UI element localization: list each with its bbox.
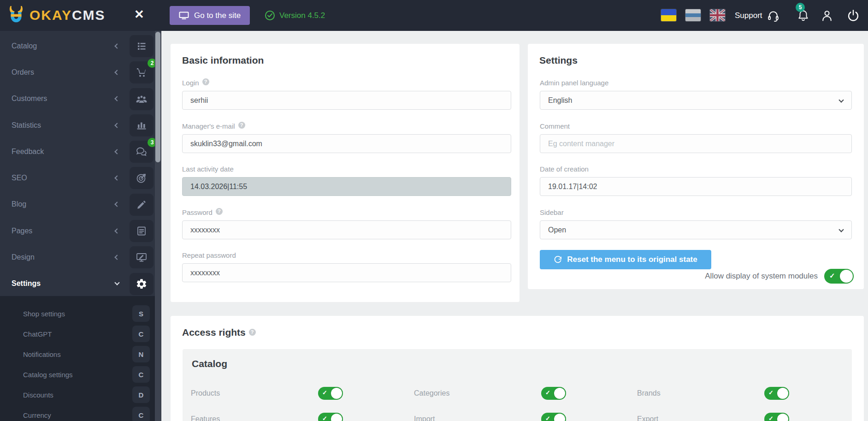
sidebar-item-label: Catalog xyxy=(12,42,115,50)
sidebar-icon-catalog[interactable] xyxy=(130,35,154,57)
last-activity-label: Last activity date xyxy=(182,163,511,177)
access-group-title: Catalog xyxy=(192,358,227,369)
submenu-letter-icon[interactable]: D xyxy=(132,386,150,403)
sidebar-icon-seo[interactable] xyxy=(130,167,154,189)
submenu-item[interactable]: ChatGPT C xyxy=(0,324,155,344)
sidebar-item-label: SEO xyxy=(12,174,115,182)
creation-date-input[interactable] xyxy=(540,177,852,196)
help-icon[interactable]: ? xyxy=(249,329,256,336)
people-icon xyxy=(135,94,148,105)
sidebar-item-label: Customers xyxy=(12,95,115,103)
okaycms-logo[interactable]: OKAYCMS xyxy=(6,6,106,25)
sidebar-icon-blog[interactable] xyxy=(130,194,154,216)
chevron-left-icon xyxy=(114,202,119,207)
chevron-down-icon xyxy=(838,227,844,232)
permission-toggle[interactable]: ✓ xyxy=(764,413,789,421)
union-jack xyxy=(710,9,725,21)
sidebar-icon-orders[interactable]: 2 xyxy=(130,61,154,83)
submenu-item[interactable]: Catalog settings C xyxy=(0,364,155,385)
checkmark-icon: ✓ xyxy=(322,389,327,396)
submenu-item[interactable]: Discounts D xyxy=(0,385,155,405)
sidebar-icon-statistics[interactable] xyxy=(130,114,154,136)
sidebar-item-label: Statistics xyxy=(12,121,115,130)
target-icon xyxy=(136,172,148,184)
sidebar-item-label: Pages xyxy=(12,227,115,235)
help-icon[interactable]: ? xyxy=(216,208,223,215)
submenu-letter-icon[interactable]: C xyxy=(132,366,150,383)
sidebar-state-select[interactable]: Open xyxy=(540,220,852,239)
sidebar-icon-pages[interactable] xyxy=(130,220,154,242)
password-input[interactable] xyxy=(182,220,511,239)
permission-toggle[interactable]: ✓ xyxy=(318,387,343,400)
language-label: Admin panel language xyxy=(540,77,852,91)
chevron-left-icon xyxy=(114,255,119,260)
headset-icon[interactable] xyxy=(767,10,779,22)
version-indicator: Version 4.5.2 xyxy=(265,0,325,31)
flag-united-kingdom[interactable] xyxy=(709,9,726,22)
repeat-password-label: Repeat password xyxy=(182,249,511,263)
gear-icon xyxy=(136,278,148,290)
user-icon[interactable] xyxy=(821,9,833,22)
toggle-knob xyxy=(777,388,788,399)
comment-input[interactable] xyxy=(540,134,852,153)
close-icon[interactable]: ✕ xyxy=(134,7,144,22)
chevron-left-icon xyxy=(114,96,119,101)
submenu-letter-icon[interactable]: S xyxy=(132,305,150,322)
sidebar: Catalog Orders Customers Statistics xyxy=(0,31,161,421)
sidebar-icon-feedback[interactable]: 3 xyxy=(130,141,154,163)
reset-menu-button[interactable]: Reset the menu to its original state xyxy=(540,250,711,269)
permission-label: Brands xyxy=(637,380,661,406)
power-icon[interactable] xyxy=(847,9,860,22)
support-link[interactable]: Support xyxy=(735,0,762,31)
submenu-item[interactable]: Notifications N xyxy=(0,344,155,364)
flag-russia-disabled[interactable] xyxy=(685,9,701,22)
permission-cell: Export ✓ xyxy=(629,406,852,421)
submenu-letter-icon[interactable]: C xyxy=(132,326,150,342)
toggle-knob xyxy=(554,388,565,399)
repeat-password-field-group: Repeat password xyxy=(182,249,511,282)
submenu-item-label: Catalog settings xyxy=(23,371,73,379)
document-icon xyxy=(136,225,147,237)
login-input[interactable] xyxy=(182,91,511,110)
sidebar-icon-design[interactable] xyxy=(130,246,154,268)
refresh-icon xyxy=(554,255,562,264)
manager-email-input[interactable] xyxy=(182,134,511,153)
help-icon[interactable]: ? xyxy=(238,122,245,129)
submenu-item[interactable]: Currency C xyxy=(0,405,155,421)
design-monitor-icon xyxy=(136,252,148,263)
permission-label: Import xyxy=(414,406,435,421)
chevron-left-icon xyxy=(114,70,119,75)
sidebar-icon-customers[interactable] xyxy=(130,88,154,110)
submenu-item-label: Shop settings xyxy=(23,310,65,318)
permission-toggle[interactable]: ✓ xyxy=(318,413,343,421)
submenu-letter-icon[interactable]: C xyxy=(132,407,150,421)
submenu-item-label: Currency xyxy=(23,411,51,419)
go-to-site-button[interactable]: Go to the site xyxy=(170,6,250,25)
sidebar-state-field-group: Sidebar Open xyxy=(540,207,852,239)
permission-toggle[interactable]: ✓ xyxy=(541,387,566,400)
submenu-item-label: Notifications xyxy=(23,350,61,358)
help-icon[interactable]: ? xyxy=(202,78,209,85)
repeat-password-input[interactable] xyxy=(182,263,511,282)
password-field-group: Password? xyxy=(182,207,511,239)
checkmark-icon: ✓ xyxy=(322,415,327,421)
permission-toggle[interactable]: ✓ xyxy=(764,387,789,400)
submenu-letter-icon[interactable]: N xyxy=(132,346,150,362)
toggle-knob xyxy=(554,414,565,421)
chevron-down-icon xyxy=(114,280,119,285)
flag-ukraine[interactable] xyxy=(661,9,677,22)
allow-modules-toggle[interactable]: ✓ xyxy=(824,269,854,284)
language-select[interactable]: English xyxy=(540,91,852,110)
permission-toggle[interactable]: ✓ xyxy=(541,413,566,421)
sidebar-scrollbar-thumb[interactable] xyxy=(155,32,160,162)
logo-text: OKAYCMS xyxy=(30,7,106,23)
settings-submenu: Shop settings S ChatGPT C Notifications … xyxy=(0,296,155,421)
comment-label: Comment xyxy=(540,120,852,134)
checkmark-icon: ✓ xyxy=(768,389,774,396)
submenu-item[interactable]: Shop settings S xyxy=(0,303,155,324)
sidebar-icon-settings[interactable] xyxy=(130,273,154,295)
language-field-group: Admin panel language English xyxy=(540,77,852,110)
submenu-item-label: Discounts xyxy=(23,391,53,399)
allow-modules-label: Allow display of system modules xyxy=(705,272,818,281)
creation-date-label: Date of creation xyxy=(540,163,852,177)
